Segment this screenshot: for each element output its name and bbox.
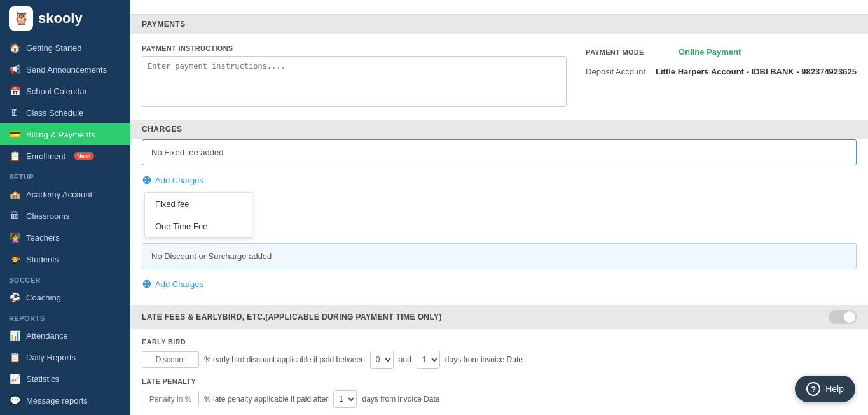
home-icon: 🏠 <box>9 43 20 53</box>
tab-3[interactable] <box>188 0 210 14</box>
early-bird-to-select[interactable]: 1 2 3 5 7 <box>417 351 440 369</box>
new-badge: New! <box>74 152 94 160</box>
no-discount-text: No Discount or Surcharge added <box>151 251 272 261</box>
late-fees-label: LATE FEES & EARLYBIRD, ETC.(APPLICABLE D… <box>142 313 442 321</box>
sidebar-label: Daily Reports <box>26 353 76 362</box>
sidebar: 🦉 skooly 🏠 Getting Started 📢 Send Announ… <box>0 0 130 415</box>
add-charges-label-2: Add Charges <box>155 279 203 289</box>
sidebar-item-school-calendar[interactable]: 📅 School Calendar <box>0 80 130 102</box>
sidebar-item-students[interactable]: 👨‍🎓 Students <box>0 248 130 270</box>
payments-area: PAYMENT INSTRUCTIONS PAYMENT MODE Online… <box>130 34 868 120</box>
sidebar-item-class-schedule[interactable]: 🗓 Class Schedule <box>0 102 130 123</box>
late-penalty-suffix: days from invoice Date <box>362 395 439 404</box>
sidebar-item-send-announcements[interactable]: 📢 Send Announcements <box>0 59 130 80</box>
sidebar-label: Teachers <box>26 233 60 243</box>
sidebar-item-assessments[interactable]: 📝 Assessments Coming Soon <box>0 411 130 415</box>
reports-section-label: REPORTS <box>0 308 130 325</box>
early-bird-text: % early bird discount applicable if paid… <box>204 355 365 364</box>
setup-section-label: SETUP <box>0 167 130 183</box>
sidebar-item-enrollment[interactable]: 📋 Enrollment New! <box>0 145 130 167</box>
charges-dropdown-menu: Fixed fee One Time Fee <box>144 192 252 238</box>
sidebar-item-attendance[interactable]: 📊 Attendance <box>0 325 130 346</box>
sidebar-item-coaching[interactable]: ⚽ Coaching <box>0 286 130 308</box>
payment-mode-value: Online Payment <box>679 47 741 57</box>
late-penalty-input[interactable] <box>142 391 199 407</box>
top-tabs <box>130 0 868 15</box>
plus-icon-2: ⊕ <box>142 277 151 291</box>
charges-section-header: CHARGES <box>130 120 868 139</box>
dropdown-item-fixed-fee[interactable]: Fixed fee <box>145 193 252 215</box>
help-button[interactable]: ? Help <box>795 376 855 402</box>
schedule-icon: 🗓 <box>9 108 20 118</box>
tab-4[interactable] <box>210 0 233 14</box>
early-bird-from-select[interactable]: 0 1 2 3 5 7 <box>370 351 394 369</box>
early-bird-label: EARLY BIRD <box>142 338 857 346</box>
soccer-section-label: SOCCER <box>0 270 130 286</box>
sidebar-label: Coaching <box>26 293 61 302</box>
sidebar-item-message-reports[interactable]: 💬 Message reports <box>0 390 130 411</box>
no-fixed-fee-box: No Fixed fee added <box>142 139 857 165</box>
sidebar-item-statistics[interactable]: 📈 Statistics <box>0 368 130 390</box>
late-penalty-text: % late penalty applicable if paid after <box>204 395 328 404</box>
payments-section-header: PAYMENTS <box>130 15 868 34</box>
classrooms-icon: 🏛 <box>9 211 20 221</box>
no-discount-box: No Discount or Surcharge added <box>142 243 857 269</box>
dropdown-item-one-time-fee[interactable]: One Time Fee <box>145 215 252 237</box>
plus-icon-1: ⊕ <box>142 173 151 187</box>
sidebar-label: Enrollment <box>26 151 65 161</box>
add-charges-button-2[interactable]: ⊕ Add Charges <box>142 276 857 292</box>
attendance-icon: 📊 <box>9 330 20 341</box>
early-bird-row: % early bird discount applicable if paid… <box>142 351 857 369</box>
deposit-account-label: Deposit Account <box>586 67 645 76</box>
sidebar-item-getting-started[interactable]: 🏠 Getting Started <box>0 37 130 59</box>
late-penalty-label: LATE PENALTY <box>142 377 857 385</box>
teachers-icon: 👩‍🏫 <box>9 232 20 243</box>
announcement-icon: 📢 <box>9 64 20 74</box>
one-time-fee-label: One Time Fee <box>155 222 207 231</box>
message-reports-icon: 💬 <box>9 395 20 405</box>
sidebar-label: Class Schedule <box>26 108 83 118</box>
daily-reports-icon: 📋 <box>9 352 20 362</box>
add-charges-button-1[interactable]: ⊕ Add Charges <box>142 172 857 188</box>
help-icon: ? <box>806 382 820 396</box>
calendar-icon: 📅 <box>9 86 20 96</box>
sidebar-label: Message reports <box>26 396 88 405</box>
payment-instructions-input[interactable] <box>142 56 567 107</box>
late-penalty-days-select[interactable]: 1 2 3 5 7 <box>333 390 357 408</box>
tab-2[interactable] <box>165 0 188 14</box>
help-label: Help <box>825 384 844 394</box>
payment-mode-col: PAYMENT MODE Online Payment Deposit Acco… <box>586 45 857 109</box>
main-content: PAYMENTS PAYMENT INSTRUCTIONS PAYMENT MO… <box>130 0 868 415</box>
payment-mode-label: PAYMENT MODE <box>586 48 668 56</box>
sidebar-label: Send Announcements <box>26 65 107 74</box>
coaching-icon: ⚽ <box>9 292 20 302</box>
late-penalty-row: % late penalty applicable if paid after … <box>142 390 857 408</box>
early-bird-suffix: days from invoice Date <box>445 355 523 364</box>
logo-text: skooly <box>38 10 83 27</box>
sidebar-item-teachers[interactable]: 👩‍🏫 Teachers <box>0 227 130 248</box>
sidebar-label: Classrooms <box>26 211 70 221</box>
logo-icon: 🦉 <box>9 6 33 31</box>
late-fees-section-header: LATE FEES & EARLYBIRD, ETC.(APPLICABLE D… <box>130 305 868 329</box>
sidebar-item-billing-payments[interactable]: 💳 Billing & Payments <box>0 123 130 145</box>
sidebar-item-daily-reports[interactable]: 📋 Daily Reports <box>0 346 130 368</box>
no-fixed-fee-text: No Fixed fee added <box>151 148 223 157</box>
sidebar-label: Statistics <box>26 374 59 384</box>
statistics-icon: 📈 <box>9 374 20 384</box>
sidebar-label: Getting Started <box>26 43 81 53</box>
sidebar-label: Attendance <box>26 331 68 341</box>
sidebar-label: Academy Account <box>26 190 92 199</box>
sidebar-logo: 🦉 skooly <box>0 0 130 37</box>
billing-icon: 💳 <box>9 129 20 139</box>
payment-instructions-label: PAYMENT INSTRUCTIONS <box>142 45 567 52</box>
tab-5[interactable] <box>233 0 256 14</box>
late-fees-toggle[interactable] <box>829 310 857 324</box>
and-label: and <box>399 355 411 364</box>
sidebar-item-academy-account[interactable]: 🏫 Academy Account <box>0 183 130 205</box>
sidebar-item-classrooms[interactable]: 🏛 Classrooms <box>0 205 130 227</box>
payment-mode-row: PAYMENT MODE Online Payment <box>586 47 857 57</box>
early-bird-discount-input[interactable] <box>142 351 199 368</box>
deposit-account-row: Deposit Account Little Harpers Account -… <box>586 67 857 76</box>
deposit-account-value: Little Harpers Account - IDBI BANK - 982… <box>656 67 857 76</box>
tab-1[interactable] <box>142 0 165 14</box>
